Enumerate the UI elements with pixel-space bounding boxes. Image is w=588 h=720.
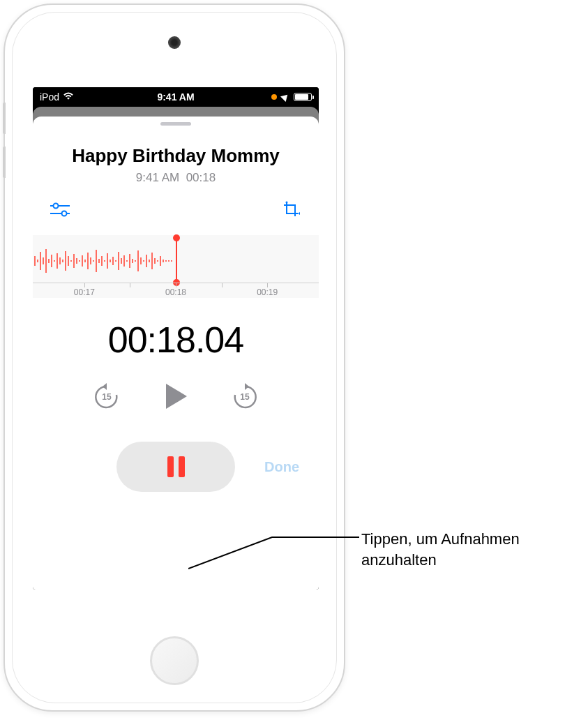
callout-text: Tippen, um Aufnahmen anzuhalten	[361, 529, 520, 570]
recording-created-time: 9:41 AM	[136, 171, 179, 184]
pause-icon	[167, 456, 185, 477]
skip-back-button[interactable]: 15	[93, 382, 121, 410]
carrier-label: iPod	[40, 91, 59, 103]
battery-icon	[294, 93, 312, 101]
svg-text:15: 15	[102, 392, 112, 402]
waveform-scrubber[interactable]: 00:17 00:18 00:19	[33, 235, 319, 298]
recording-title[interactable]: Happy Birthday Mommy	[33, 145, 319, 167]
trim-icon[interactable]	[281, 202, 302, 218]
status-time: 9:41 AM	[157, 91, 194, 103]
pause-recording-button[interactable]	[116, 442, 235, 492]
play-button[interactable]	[161, 382, 190, 411]
playhead[interactable]	[176, 238, 177, 283]
ruler-tick-next: 00:19	[257, 287, 278, 297]
svg-point-3	[62, 211, 67, 216]
done-button[interactable]: Done	[264, 459, 299, 475]
volume-buttons	[3, 103, 6, 190]
recording-sheet: Happy Birthday Mommy 9:41 AM 00:18	[33, 117, 319, 590]
elapsed-time: 00:18.04	[33, 319, 319, 361]
wifi-icon	[63, 91, 74, 103]
skip-forward-button[interactable]: 15	[231, 382, 259, 410]
location-icon	[280, 92, 290, 102]
svg-text:15: 15	[240, 392, 250, 402]
svg-point-1	[54, 204, 59, 209]
screen: iPod 9:41 AM Happy Birthday Mommy 9:41 A…	[33, 87, 319, 590]
time-ruler: 00:17 00:18 00:19	[33, 283, 319, 298]
device-frame: iPod 9:41 AM Happy Birthday Mommy 9:41 A…	[3, 3, 345, 712]
ruler-tick-current: 00:18	[165, 287, 186, 297]
recording-duration: 00:18	[186, 171, 216, 184]
waveform-graphic	[33, 243, 176, 278]
home-button[interactable]	[150, 636, 199, 685]
front-camera	[168, 36, 181, 49]
ruler-tick-prev: 00:17	[74, 287, 95, 297]
recording-indicator-icon	[271, 94, 277, 100]
recording-meta: 9:41 AM 00:18	[33, 171, 319, 185]
settings-icon[interactable]	[50, 202, 70, 218]
status-bar: iPod 9:41 AM	[33, 87, 319, 107]
svg-point-4	[286, 202, 288, 204]
callout-leader-line	[188, 534, 363, 576]
sheet-grabber[interactable]	[160, 122, 191, 126]
